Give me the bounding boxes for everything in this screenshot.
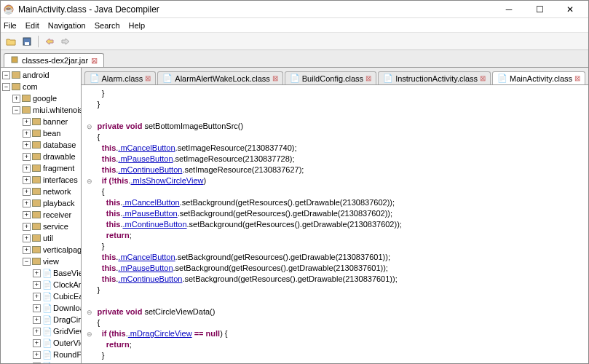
expand-icon[interactable]: + bbox=[33, 293, 41, 301]
package-icon bbox=[32, 199, 41, 207]
code-line: this..mCancelButton.setImageResource(213… bbox=[86, 143, 589, 154]
expand-icon[interactable]: + bbox=[23, 141, 31, 149]
expand-icon[interactable]: + bbox=[33, 316, 41, 324]
close-button[interactable]: ✕ bbox=[555, 1, 585, 17]
tree-leaf[interactable]: DownloadDialog.class bbox=[53, 304, 82, 312]
expand-icon[interactable]: + bbox=[23, 165, 31, 173]
expand-icon[interactable]: + bbox=[33, 351, 41, 359]
minimize-button[interactable]: ─ bbox=[494, 1, 524, 17]
expand-icon[interactable]: + bbox=[33, 339, 41, 347]
tree-node[interactable]: com bbox=[23, 82, 38, 91]
tree-node[interactable]: fragment bbox=[43, 164, 74, 173]
tree-node[interactable]: receiver bbox=[43, 210, 71, 219]
expand-icon[interactable]: + bbox=[33, 328, 41, 336]
package-icon bbox=[32, 165, 41, 172]
forward-button[interactable] bbox=[58, 35, 73, 48]
expand-icon[interactable]: + bbox=[33, 363, 41, 364]
tree-leaf[interactable]: CubicEaseOutInterpolator.cla bbox=[53, 292, 82, 301]
tree-node[interactable]: verticalpager bbox=[43, 245, 82, 254]
expand-icon[interactable]: + bbox=[23, 211, 31, 219]
file-tab[interactable]: 📄BuildConfig.class⊠ bbox=[285, 71, 376, 84]
tree-leaf[interactable]: ClockAnimations.class bbox=[53, 280, 82, 289]
close-icon[interactable]: ⊠ bbox=[272, 74, 278, 82]
tree-node[interactable]: miui.whitenoise bbox=[33, 106, 82, 114]
tree-node[interactable]: bean bbox=[43, 129, 60, 138]
class-icon: 📄 bbox=[42, 339, 51, 347]
tree-node[interactable]: network bbox=[43, 187, 71, 196]
expand-icon[interactable]: + bbox=[33, 269, 41, 277]
code-viewer[interactable]: } } ⊖ private void setBottomImageButtonS… bbox=[82, 85, 589, 363]
package-icon bbox=[32, 211, 41, 218]
expand-icon[interactable]: + bbox=[33, 281, 41, 289]
tree-node[interactable]: banner bbox=[43, 117, 68, 126]
expand-icon[interactable]: − bbox=[2, 83, 10, 91]
code-line: return; bbox=[86, 230, 589, 241]
close-icon[interactable]: ⊠ bbox=[365, 74, 371, 82]
menu-help[interactable]: Help bbox=[129, 21, 146, 30]
file-tab[interactable]: 📄AlarmAlertWakeLock.class⊠ bbox=[157, 71, 282, 84]
tree-node[interactable]: android bbox=[23, 71, 50, 79]
code-line: { bbox=[86, 186, 589, 197]
tree-node[interactable]: service bbox=[43, 222, 68, 231]
expand-icon[interactable]: + bbox=[23, 153, 31, 161]
svg-rect-3 bbox=[25, 42, 29, 45]
close-icon[interactable]: ⊠ bbox=[91, 56, 98, 66]
class-icon: 📄 bbox=[90, 74, 100, 83]
close-icon[interactable]: ⊠ bbox=[574, 74, 580, 82]
tree-leaf[interactable]: DragCircleView.class bbox=[53, 315, 82, 324]
expand-icon[interactable]: + bbox=[23, 234, 31, 242]
jar-tab-label: classes-dex2jar.jar bbox=[22, 56, 88, 65]
tree-node[interactable]: interfaces bbox=[43, 175, 78, 184]
code-line: return; bbox=[86, 339, 589, 350]
maximize-button[interactable]: ☐ bbox=[524, 1, 555, 17]
tree-node[interactable]: drawable bbox=[43, 152, 76, 161]
expand-icon[interactable]: + bbox=[23, 176, 31, 184]
jar-icon bbox=[10, 55, 19, 66]
back-button[interactable] bbox=[42, 35, 57, 48]
expand-icon[interactable]: + bbox=[23, 199, 31, 207]
tree-node[interactable]: util bbox=[43, 234, 53, 242]
tree-node[interactable]: google bbox=[33, 94, 57, 103]
expand-icon[interactable]: − bbox=[2, 71, 10, 79]
expand-icon[interactable]: − bbox=[23, 258, 31, 266]
package-icon bbox=[32, 223, 41, 230]
class-icon: 📄 bbox=[162, 74, 173, 83]
close-icon[interactable]: ⊠ bbox=[480, 74, 486, 82]
expand-icon[interactable]: + bbox=[23, 188, 31, 196]
expand-icon[interactable]: + bbox=[23, 223, 31, 231]
tree-leaf[interactable]: GridViewWithHeaderAndFooter. bbox=[53, 327, 82, 336]
menu-file[interactable]: File bbox=[4, 21, 17, 30]
tree-leaf[interactable]: SineEaseInInterpolator.class bbox=[53, 362, 82, 363]
file-tab-active[interactable]: 📄MainActivity.class⊠ bbox=[492, 71, 585, 84]
app-icon: ☕ bbox=[4, 4, 14, 15]
tree-leaf[interactable]: RoundProgressBar.class bbox=[53, 350, 82, 359]
menu-navigation[interactable]: Navigation bbox=[48, 21, 86, 30]
package-icon bbox=[32, 246, 41, 253]
expand-icon[interactable]: + bbox=[33, 304, 41, 312]
menu-edit[interactable]: Edit bbox=[25, 21, 39, 30]
tree-leaf[interactable]: BaseViewPager.class bbox=[53, 269, 82, 277]
jar-tab[interactable]: classes-dex2jar.jar ⊠ bbox=[4, 53, 104, 67]
package-tree[interactable]: −android −com +google −miui.whitenoise +… bbox=[1, 68, 82, 363]
save-button[interactable] bbox=[20, 35, 34, 48]
close-icon[interactable]: ⊠ bbox=[145, 74, 151, 82]
tree-leaf[interactable]: OuterViewPager.class bbox=[53, 339, 82, 347]
file-tabs: 📄Alarm.class⊠ 📄AlarmAlertWakeLock.class⊠… bbox=[82, 68, 589, 85]
expand-icon[interactable]: + bbox=[23, 246, 31, 254]
open-button[interactable] bbox=[4, 35, 18, 48]
package-icon bbox=[22, 95, 31, 102]
expand-icon[interactable]: + bbox=[12, 95, 20, 103]
tree-node[interactable]: database bbox=[43, 141, 76, 149]
menu-search[interactable]: Search bbox=[95, 21, 120, 30]
code-line: this..mDragCircleView..setTotalValue(thi… bbox=[86, 361, 589, 363]
file-tab[interactable]: 📄InstructionActivity.class⊠ bbox=[378, 71, 491, 84]
expand-icon[interactable]: + bbox=[23, 118, 31, 126]
file-tab-label: Alarm.class bbox=[102, 74, 143, 83]
tree-node[interactable]: playback bbox=[43, 199, 74, 207]
expand-icon[interactable]: − bbox=[12, 106, 20, 114]
svg-rect-4 bbox=[12, 57, 17, 63]
tree-node[interactable]: view bbox=[43, 257, 59, 266]
expand-icon[interactable]: + bbox=[23, 130, 31, 138]
package-icon bbox=[32, 176, 41, 183]
code-line: this..mCancelButton.setBackground(getRes… bbox=[86, 252, 589, 263]
